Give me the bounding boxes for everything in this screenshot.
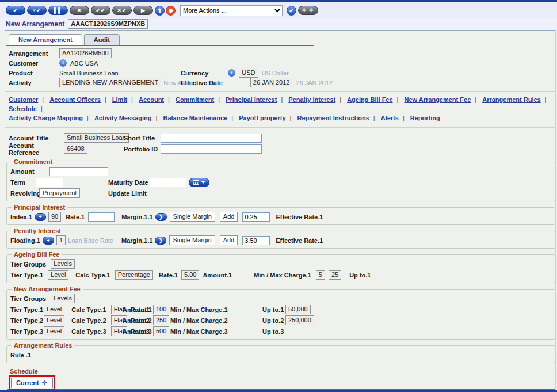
tier-type-label: Tier Type.1 xyxy=(10,272,43,279)
tier-type-value: Level xyxy=(44,305,64,314)
calendar-icon xyxy=(193,180,199,185)
validate-button[interactable]: ?✔ xyxy=(27,6,47,15)
minmax-charge-label: Min / Max Charge.1 xyxy=(170,306,228,313)
product-label: Product xyxy=(9,70,59,77)
nav-penalty-interest[interactable]: Penalty Interest xyxy=(288,96,335,103)
add-oper-button[interactable]: Add xyxy=(220,212,238,222)
expand-up-icon[interactable]: ⬆ xyxy=(155,6,165,16)
main-panel: New Arrangement Audit Arrangement AA1202… xyxy=(5,30,556,390)
nav-arrangement-rules[interactable]: Arrangement Rules xyxy=(482,96,540,103)
amount-input[interactable] xyxy=(49,167,108,176)
reverse-button[interactable]: ✕✔ xyxy=(112,6,132,15)
commit-button[interactable]: ✔ xyxy=(6,6,25,15)
check-circle-button[interactable]: ✔ xyxy=(287,6,296,16)
tier-groups-label: Tier Groups xyxy=(10,261,46,268)
short-title-input[interactable] xyxy=(161,134,262,143)
nav-repayment-instructions[interactable]: Repayment Instructions xyxy=(297,115,369,121)
nav-customer[interactable]: Customer xyxy=(9,96,38,103)
nav-payoff-property[interactable]: Payoff property xyxy=(239,115,285,121)
nav-activity-messaging[interactable]: Activity Messaging xyxy=(94,115,152,121)
ageing-bill-fee-title: Ageing Bill Fee xyxy=(12,251,62,258)
commitment-title: Commitment xyxy=(12,158,55,165)
schedule-tab-label: Current xyxy=(16,379,39,386)
floating-value: 1 xyxy=(56,235,66,245)
nav-activity-charge-mapping[interactable]: Activity Charge Mapping xyxy=(9,115,83,121)
effective-date-label: Effective Date xyxy=(181,79,223,86)
maturity-date-input[interactable] xyxy=(150,178,186,187)
forward-button[interactable]: ▶ xyxy=(133,6,153,15)
tab-audit[interactable]: Audit xyxy=(84,34,120,45)
delete-button[interactable]: ✕ xyxy=(70,6,89,15)
fee-amount-label: Amount.3 xyxy=(123,328,152,335)
tab-bar: New Arrangement Audit xyxy=(9,34,555,45)
single-margin-button[interactable]: Single Margin xyxy=(170,212,215,222)
tier-type-label: Tier Type.3 xyxy=(10,328,44,335)
nav-schedule[interactable]: Schedule xyxy=(9,105,37,112)
short-title-label: Short Title xyxy=(124,135,159,142)
revolving-label: Revolving xyxy=(10,190,39,197)
portfolio-id-label: Portfolio ID xyxy=(124,146,159,153)
hold-button[interactable]: ▌▌ xyxy=(48,6,68,15)
duplicate-button[interactable]: ✛ ✛ xyxy=(298,6,318,15)
commitment-section: Commitment Amount Term Maturity Date Rev… xyxy=(6,158,555,201)
currency-value: USD xyxy=(239,68,258,78)
divider xyxy=(5,91,555,92)
schedule-tab-current[interactable]: Current ✛ xyxy=(11,378,53,388)
nav-account-officers[interactable]: Account Officers xyxy=(49,96,101,103)
nav-commitment[interactable]: Commitment xyxy=(176,96,214,103)
tier-type-label: Tier Type.1 xyxy=(10,306,44,313)
add-oper-button[interactable]: Add xyxy=(220,235,238,245)
authorise-button[interactable]: ✔✔ xyxy=(91,6,110,15)
maturity-date-picker-button[interactable] xyxy=(189,178,209,187)
term-input[interactable] xyxy=(36,178,63,187)
arrangement-form: Arrangement AA12026RM500 Customer i ABC … xyxy=(5,46,555,89)
calc-type-label: Calc Type.1 xyxy=(71,306,106,313)
info-icon[interactable]: i xyxy=(228,69,235,77)
floating-label: Floating.1 xyxy=(10,237,40,244)
minmax-charge-label: Min / Max Charge.2 xyxy=(170,317,228,324)
tier-type-value: Level xyxy=(48,270,68,280)
tab-new-arrangement[interactable]: New Arrangement xyxy=(9,34,82,45)
nav-alerts[interactable]: Alerts xyxy=(381,115,399,121)
upto-label: Up to.2 xyxy=(262,317,284,324)
nav-new-arrangement-fee[interactable]: New Arrangement Fee xyxy=(405,96,471,103)
toolbar: ✔ ?✔ ▌▌ ✕ ✔✔ ✕✔ ▶ ⬆ More Actions ... ✔ ✛… xyxy=(0,2,557,18)
nav-ageing-bill-fee[interactable]: Ageing Bill Fee xyxy=(347,96,392,103)
margin-rate-input[interactable] xyxy=(242,236,270,245)
single-margin-button[interactable]: Single Margin xyxy=(169,235,215,245)
amount-label: Amount xyxy=(10,168,49,175)
nav-account[interactable]: Account xyxy=(139,96,164,103)
activity-value: LENDING-NEW-ARRANGEMENT xyxy=(59,78,161,87)
floating-add-button[interactable]: + xyxy=(43,237,54,245)
margin-rate-input[interactable] xyxy=(242,212,270,222)
dropdown-arrow-icon xyxy=(201,181,205,184)
portfolio-id-input[interactable] xyxy=(161,144,262,154)
tier-groups-label: Tier Groups xyxy=(10,295,46,302)
arrangement-value: AA12026RM500 xyxy=(59,48,112,58)
divider xyxy=(5,127,555,128)
tier-groups-value: Levels xyxy=(51,294,75,303)
info-icon[interactable]: i xyxy=(59,59,67,67)
more-actions-select[interactable]: More Actions ... xyxy=(180,5,283,16)
add-schedule-icon[interactable]: ✛ xyxy=(42,379,48,387)
calc-type-value: Percentage xyxy=(115,270,153,280)
index-add-button[interactable]: + xyxy=(35,213,46,221)
margin-expand-button[interactable]: ❯ xyxy=(155,213,167,221)
annotation-box: Current ✛ xyxy=(9,375,55,390)
nav-principal-interest[interactable]: Principal Interest xyxy=(226,96,277,103)
nav-reporting[interactable]: Reporting xyxy=(410,115,440,121)
rate-input[interactable] xyxy=(88,212,115,222)
help-icon[interactable] xyxy=(166,6,175,15)
account-reference-label: Account Reference xyxy=(9,142,64,156)
section-nav-row1: Customer| Account Officers| Limit| Accou… xyxy=(9,95,553,113)
penalty-interest-title: Penalty Interest xyxy=(12,227,63,234)
prepayment-button[interactable]: Prepayment xyxy=(39,188,80,198)
term-label: Term xyxy=(10,179,36,186)
nav-balance-maintenance[interactable]: Balance Maintenance xyxy=(163,115,227,121)
min-charge-value: 5 xyxy=(316,270,325,280)
upto-label: Up to.1 xyxy=(349,272,371,279)
margin-expand-button[interactable]: ❯ xyxy=(155,237,166,245)
calc-type-label: Calc Type.2 xyxy=(71,317,106,324)
schedule-title: Schedule xyxy=(7,367,555,375)
nav-limit[interactable]: Limit xyxy=(112,96,127,103)
